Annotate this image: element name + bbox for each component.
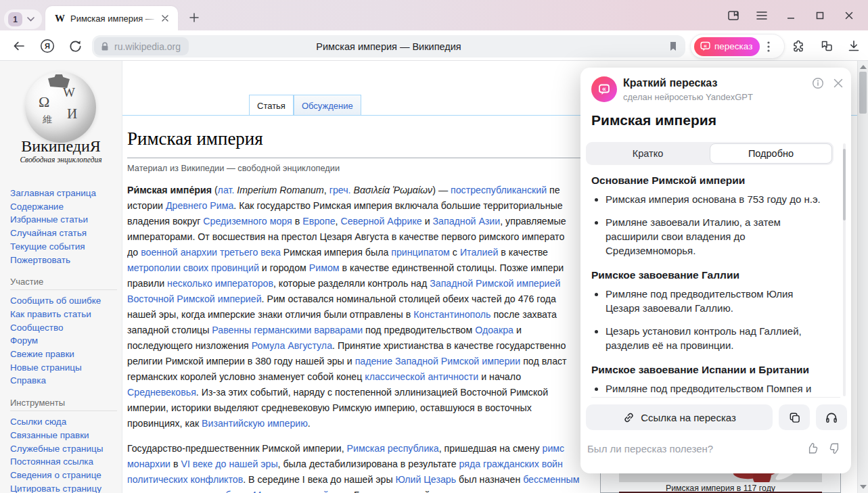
window-maximize-button[interactable] xyxy=(812,8,828,23)
text-segment: Государство-предшественник Римской импер… xyxy=(127,443,347,454)
yandex-home-button[interactable]: Я xyxy=(39,38,55,54)
back-button[interactable] xyxy=(10,38,26,54)
article-link[interactable]: VI веке до нашей эры xyxy=(181,459,277,469)
article-link[interactable]: греч. xyxy=(329,185,351,195)
sidebar-link[interactable]: Цитировать страницу xyxy=(10,482,117,493)
sidebar-link[interactable]: Форум xyxy=(10,334,117,348)
tab-close-icon[interactable] xyxy=(161,14,169,22)
article-link[interactable]: Равенны германскими варварами xyxy=(212,325,363,335)
text-segment: . Рим оставался номинальной столицей обе… xyxy=(262,294,556,304)
wiki-tab[interactable]: Статья xyxy=(249,95,294,116)
summary-bullet-list: Римская империя основана в 753 году до н… xyxy=(591,192,829,258)
sidebar-link[interactable]: Случайная статья xyxy=(10,227,117,240)
tab-detailed[interactable]: Подробно xyxy=(710,143,832,164)
sidebar-link[interactable]: Новые страницы xyxy=(10,361,117,375)
article-link[interactable]: римс xyxy=(543,443,565,454)
article-link[interactable]: метрополии своих провинций xyxy=(127,262,259,273)
article-link[interactable]: падение Западной Римской империи xyxy=(355,356,521,367)
article-link[interactable]: монархии xyxy=(127,459,170,469)
summary-link-button[interactable]: Ссылка на пересказ xyxy=(586,404,773,430)
article-link[interactable]: Одоакра xyxy=(475,325,513,335)
new-tab-button[interactable] xyxy=(185,9,203,26)
tab-brief[interactable]: Кратко xyxy=(586,142,710,165)
more-options-icon[interactable] xyxy=(767,41,770,52)
side-panel-button[interactable] xyxy=(725,8,741,23)
pereskaz-button[interactable]: « пересказ xyxy=(694,37,760,56)
article-link[interactable]: Северной Африке xyxy=(340,216,421,227)
wikipedia-wordmark[interactable]: ВикипедиЯ xyxy=(0,137,122,156)
page-scrollbar[interactable] xyxy=(857,61,868,493)
article-link[interactable]: военной анархии третьего века xyxy=(141,247,281,258)
article-link[interactable]: принципатом xyxy=(391,247,450,258)
refresh-button[interactable] xyxy=(67,38,83,54)
sidebar-link[interactable]: Свежие правки xyxy=(10,348,117,361)
article-link[interactable]: проскрипции xyxy=(453,490,509,493)
sidebar-link[interactable]: Содержание xyxy=(10,200,117,214)
minimize-icon xyxy=(786,11,796,20)
scrollbar-down-arrow[interactable] xyxy=(860,485,867,489)
address-bar[interactable]: ru.wikipedia.org Римская империя — Викип… xyxy=(92,35,685,57)
bookmark-icon[interactable] xyxy=(667,40,679,53)
sidebar-link[interactable]: Постоянная ссылка xyxy=(10,455,117,469)
collections-button[interactable] xyxy=(819,38,835,54)
panel-close-button[interactable] xyxy=(832,77,844,89)
sidebar-link[interactable]: Как править статьи xyxy=(10,308,117,321)
article-link[interactable]: Европе xyxy=(302,216,335,227)
article-link[interactable]: Западной Римской империей xyxy=(430,278,560,289)
wiki-tab[interactable]: Обсуждение xyxy=(294,95,361,116)
sidebar-link[interactable]: Текущие события xyxy=(10,240,117,254)
article-link[interactable]: политических конфликтов xyxy=(127,474,243,485)
browser-tab[interactable]: W Римская империя — В xyxy=(45,6,178,30)
sidebar-link[interactable]: Сведения о странице xyxy=(10,469,117,482)
article-link[interactable]: Византийскую империю xyxy=(202,418,308,429)
sidebar-link[interactable]: Сообщить об ошибке xyxy=(10,294,117,308)
article-link[interactable]: Средиземного моря xyxy=(203,216,292,227)
text-segment: . Как государство Римская империя включа… xyxy=(233,200,562,211)
downloads-button[interactable] xyxy=(846,38,862,54)
article-link[interactable]: диктатором xyxy=(127,490,179,493)
scrollbar-thumb[interactable] xyxy=(859,72,867,114)
sidebar-link[interactable]: Служебные страницы xyxy=(10,442,117,456)
article-link[interactable]: несколько императоров xyxy=(167,278,273,289)
window-minimize-button[interactable] xyxy=(783,8,799,23)
thumbs-up-icon[interactable] xyxy=(806,442,819,455)
panel-scrollbar[interactable] xyxy=(843,143,846,396)
article-link[interactable]: Западной Азии xyxy=(433,216,501,227)
article-link[interactable]: классической античности xyxy=(365,371,478,382)
article-link[interactable]: постреспубликанский xyxy=(451,185,547,195)
info-button[interactable] xyxy=(812,77,824,89)
wikipedia-logo[interactable]: Ω W И 維 xyxy=(25,72,96,143)
article-link[interactable]: ряда гражданских войн xyxy=(459,459,563,469)
sidebar-link[interactable]: Пожертвовать xyxy=(10,254,117,267)
window-close-button[interactable] xyxy=(841,8,857,23)
copy-summary-button[interactable] xyxy=(779,404,810,430)
extensions-button[interactable] xyxy=(790,38,806,54)
article-link[interactable]: Древнего Рима xyxy=(166,200,233,211)
chevron-down-icon[interactable] xyxy=(27,17,35,22)
link-icon xyxy=(622,411,635,424)
domain-chip[interactable]: ru.wikipedia.org xyxy=(94,37,189,55)
sidebar-link[interactable]: Заглавная страница xyxy=(10,187,117,200)
browser-menu-button[interactable] xyxy=(754,8,770,23)
article-link[interactable]: лат. xyxy=(218,185,235,195)
tab-group-chip[interactable]: 1 xyxy=(4,9,42,29)
article-link[interactable]: бессменным xyxy=(523,474,579,485)
sidebar-link[interactable]: Сообщество xyxy=(10,321,117,335)
sidebar-link[interactable]: Справка xyxy=(10,374,117,388)
article-link[interactable]: Римская республика xyxy=(347,443,439,454)
thumbs-down-icon[interactable] xyxy=(828,442,842,455)
article-link[interactable]: Римом xyxy=(309,262,340,273)
listen-summary-button[interactable] xyxy=(816,404,847,430)
sidebar-link[interactable]: Ссылки сюда xyxy=(10,415,117,429)
article-link[interactable]: Юлий Цезарь xyxy=(396,474,457,485)
scrollbar-up-arrow[interactable] xyxy=(860,65,867,69)
article-link[interactable]: Италией xyxy=(460,247,498,258)
sidebar-link[interactable]: Связанные правки xyxy=(10,429,117,442)
article-link[interactable]: убит в 44 году до нашей эры xyxy=(221,490,348,493)
article-link[interactable]: Восточной Римской империей xyxy=(127,294,262,304)
sidebar-link[interactable]: Избранные статьи xyxy=(10,213,117,227)
article-link[interactable]: Средневековья xyxy=(127,387,196,398)
article-link[interactable]: Константинополь xyxy=(413,309,490,320)
article-link[interactable]: Ромула Августула xyxy=(252,340,332,351)
panel-scrollbar-thumb[interactable] xyxy=(843,149,846,220)
